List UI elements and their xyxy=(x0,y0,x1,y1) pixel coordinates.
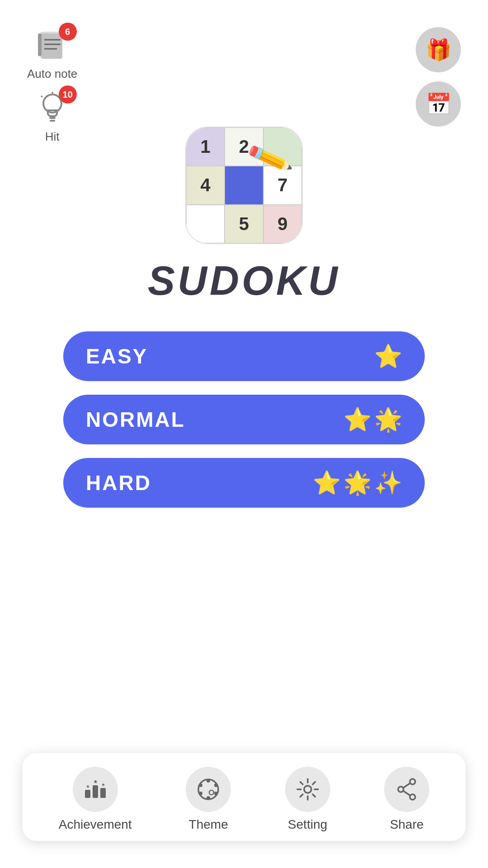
grid-cell-2: 2 xyxy=(225,127,263,166)
hit-label: Hit xyxy=(45,130,60,144)
app-title: SUDOKU xyxy=(148,258,340,304)
easy-star-1: ⭐ xyxy=(374,343,402,369)
easy-stars: ⭐ xyxy=(374,343,402,369)
nav-setting[interactable]: Setting xyxy=(285,767,330,832)
app-icon: 1 2 4 7 5 9 ✏️ xyxy=(185,127,303,244)
svg-point-24 xyxy=(199,783,202,787)
hard-stars: ⭐ 🌟 ✨ xyxy=(313,470,402,496)
svg-point-23 xyxy=(199,792,202,795)
share-icon-bg xyxy=(384,767,429,812)
svg-line-39 xyxy=(404,791,410,796)
easy-button[interactable]: EASY ⭐ xyxy=(63,331,425,381)
theme-label: Theme xyxy=(189,817,228,832)
svg-rect-14 xyxy=(100,788,106,798)
svg-text:★: ★ xyxy=(93,778,98,785)
bottom-nav: ★ ★ ★ Achievement Theme xyxy=(23,753,465,841)
normal-star-1: ⭐ xyxy=(343,406,371,433)
grid-cell-6: 7 xyxy=(263,166,302,204)
auto-note-badge: 6 xyxy=(59,23,77,41)
hit-badge: 10 xyxy=(59,85,77,104)
hard-label: HARD xyxy=(86,471,151,495)
svg-line-33 xyxy=(313,782,315,785)
normal-star-2: 🌟 xyxy=(374,406,402,433)
svg-rect-5 xyxy=(38,33,42,56)
hit-button[interactable]: 10 Hit xyxy=(34,90,70,144)
difficulty-buttons: EASY ⭐ NORMAL ⭐ 🌟 HARD ⭐ 🌟 ✨ xyxy=(63,331,425,508)
svg-point-22 xyxy=(206,796,210,800)
hard-button[interactable]: HARD ⭐ 🌟 ✨ xyxy=(63,458,425,508)
setting-label: Setting xyxy=(288,817,327,832)
svg-rect-12 xyxy=(85,790,90,798)
hard-star-3: ✨ xyxy=(374,470,402,496)
nav-share[interactable]: Share xyxy=(384,767,429,832)
top-right-actions: 🎁 📅 xyxy=(416,27,461,127)
svg-line-10 xyxy=(41,96,42,97)
svg-line-31 xyxy=(300,782,303,785)
achievement-icon-bg: ★ ★ ★ xyxy=(73,767,118,812)
svg-rect-13 xyxy=(93,785,98,798)
auto-note-button[interactable]: 6 Auto note xyxy=(27,27,77,81)
svg-point-21 xyxy=(214,792,218,795)
hard-star-1: ⭐ xyxy=(313,470,341,496)
grid-cell-5 xyxy=(225,166,263,204)
svg-point-25 xyxy=(209,790,214,795)
grid-cell-9: 9 xyxy=(263,205,302,243)
svg-text:★: ★ xyxy=(85,784,89,789)
normal-label: NORMAL xyxy=(86,407,185,432)
share-icon xyxy=(394,777,419,802)
grid-cell-7 xyxy=(186,205,225,243)
setting-icon xyxy=(296,777,320,802)
svg-line-38 xyxy=(404,783,410,788)
svg-rect-1 xyxy=(42,33,62,59)
share-label: Share xyxy=(390,817,424,832)
svg-line-34 xyxy=(300,794,303,797)
setting-icon-bg xyxy=(285,767,330,812)
normal-stars: ⭐ 🌟 xyxy=(343,406,402,433)
gift-button[interactable]: 🎁 xyxy=(416,27,461,72)
nav-theme[interactable]: Theme xyxy=(186,767,231,832)
auto-note-label: Auto note xyxy=(27,67,77,81)
nav-achievement[interactable]: ★ ★ ★ Achievement xyxy=(59,767,132,832)
svg-text:★: ★ xyxy=(101,782,105,787)
grid-cell-4: 4 xyxy=(186,166,225,204)
achievement-label: Achievement xyxy=(59,817,132,832)
sudoku-grid-icon: 1 2 4 7 5 9 xyxy=(185,127,303,244)
svg-point-19 xyxy=(206,779,210,783)
grid-cell-1: 1 xyxy=(186,127,225,166)
theme-icon-bg xyxy=(186,767,231,812)
svg-point-26 xyxy=(304,786,311,793)
grid-cell-8: 5 xyxy=(225,205,263,243)
top-left-actions: 6 Auto note 10 Hit xyxy=(27,27,77,144)
calendar-button[interactable]: 📅 xyxy=(416,81,461,127)
grid-cell-3 xyxy=(263,127,302,166)
theme-icon xyxy=(196,777,221,802)
normal-button[interactable]: NORMAL ⭐ 🌟 xyxy=(63,395,425,444)
svg-line-32 xyxy=(313,794,315,797)
achievement-icon: ★ ★ ★ xyxy=(83,777,108,802)
easy-label: EASY xyxy=(86,344,148,368)
hard-star-2: 🌟 xyxy=(343,470,371,496)
svg-point-20 xyxy=(214,783,218,787)
